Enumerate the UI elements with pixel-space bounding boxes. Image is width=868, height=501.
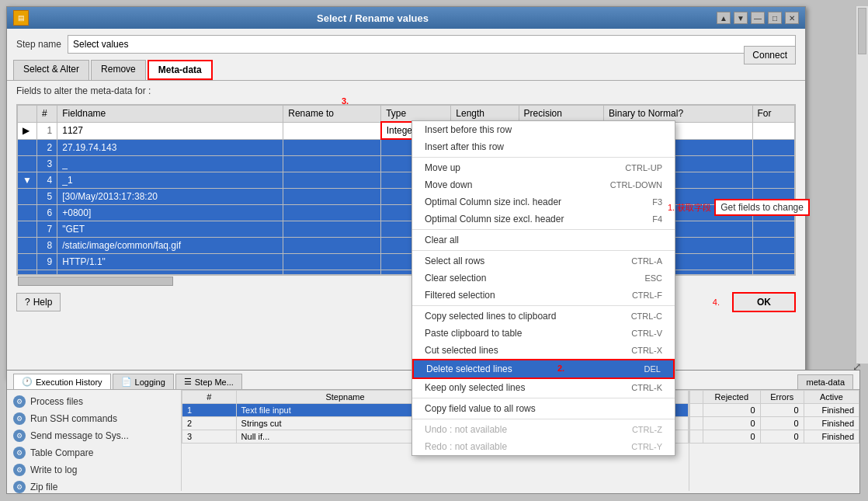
v-scrollbar[interactable] bbox=[856, 6, 868, 364]
menu-insert-before[interactable]: Insert before this row bbox=[412, 121, 675, 138]
row-rename bbox=[283, 122, 381, 139]
tab-execution-history[interactable]: 🕐 Execution History bbox=[13, 374, 111, 389]
right-name bbox=[690, 404, 703, 417]
tab-remove[interactable]: Remove bbox=[91, 60, 146, 80]
right-name bbox=[690, 430, 703, 444]
zip-icon: ⚙ bbox=[13, 481, 26, 493]
maximize-btn[interactable]: □ bbox=[768, 12, 782, 24]
tab-meta-data[interactable]: Meta-data bbox=[148, 60, 213, 80]
row-num: 6 bbox=[36, 204, 57, 221]
row-fieldname: +0800] bbox=[57, 204, 283, 221]
row-format bbox=[752, 253, 794, 270]
tab-label: Logging bbox=[135, 377, 165, 387]
item-write-log[interactable]: ⚙ Write to log bbox=[10, 461, 178, 478]
table-row[interactable]: 3 _ bbox=[18, 155, 795, 172]
process-icon: ⚙ bbox=[13, 395, 26, 408]
menu-label: Redo : not available bbox=[425, 441, 507, 452]
data-table-container[interactable]: # Fieldname Rename to Type Length Precis… bbox=[16, 104, 796, 275]
menu-label: Cut selected lines bbox=[425, 345, 498, 356]
menu-paste-clipboard[interactable]: Paste clipboard to table CTRL-V bbox=[412, 325, 675, 342]
right-active: Finished bbox=[804, 430, 859, 444]
menu-optimal-incl[interactable]: Optimal Column size incl. header F3 bbox=[412, 193, 675, 210]
menu-delete-selected[interactable]: Delete selected lines DEL bbox=[412, 359, 675, 379]
table-row[interactable]: ▶ 1 1127 Integer 15 N bbox=[18, 122, 795, 139]
doc-icon: 📄 bbox=[121, 377, 132, 387]
menu-separator bbox=[412, 398, 675, 398]
menu-clear-selection[interactable]: Clear selection ESC bbox=[412, 270, 675, 287]
help-button[interactable]: ? Help bbox=[16, 293, 61, 311]
exec-num: 3 bbox=[182, 430, 237, 444]
step-name-input[interactable] bbox=[68, 35, 796, 54]
menu-shortcut: CTRL-A bbox=[631, 256, 662, 266]
row-arrow bbox=[18, 221, 37, 237]
row-num: 7 bbox=[36, 221, 57, 237]
row-arrow bbox=[18, 204, 37, 221]
close-btn[interactable]: ✕ bbox=[785, 12, 799, 24]
table-row[interactable]: 2 27.19.74.143 bbox=[18, 139, 795, 155]
get-fields-button[interactable]: Get fields to change bbox=[714, 199, 810, 216]
nav-down-btn[interactable]: ▼ bbox=[734, 12, 748, 24]
fields-section: Fields to alter the meta-data for : bbox=[7, 81, 805, 104]
right-errors: 0 bbox=[760, 404, 804, 417]
tab-metadata-bottom[interactable]: meta-data bbox=[797, 374, 853, 389]
table-row[interactable]: 10 200 bbox=[18, 270, 795, 275]
menu-filtered-selection[interactable]: Filtered selection CTRL-F bbox=[412, 287, 675, 304]
nav-up-btn[interactable]: ▲ bbox=[717, 12, 731, 24]
tab-logging[interactable]: 📄 Logging bbox=[113, 374, 174, 389]
row-arrow bbox=[18, 270, 37, 275]
col-fieldname: Fieldname bbox=[57, 106, 283, 123]
steps-icon: ☰ bbox=[184, 377, 192, 387]
item-send-message[interactable]: ⚙ Send message to Sys... bbox=[10, 427, 178, 444]
row-rename bbox=[283, 155, 381, 172]
menu-label: Move down bbox=[425, 179, 472, 190]
menu-insert-after[interactable]: Insert after this row bbox=[412, 138, 675, 155]
table-row[interactable]: 7 "GET bbox=[18, 221, 795, 237]
item-label: Zip file bbox=[30, 482, 57, 492]
item-label: Process files bbox=[30, 396, 83, 407]
row-rename bbox=[283, 188, 381, 204]
row-num: 4 bbox=[36, 172, 57, 188]
item-run-ssh[interactable]: ⚙ Run SSH commands bbox=[10, 410, 178, 427]
menu-label: Optimal Column size excl. header bbox=[425, 214, 564, 224]
right-errors: 0 bbox=[760, 430, 804, 444]
tab-label: meta-data bbox=[806, 377, 845, 387]
item-process-files[interactable]: ⚙ Process files bbox=[10, 393, 178, 410]
table-row[interactable]: 9 HTTP/1.1" bbox=[18, 253, 795, 270]
row-num: 3 bbox=[36, 155, 57, 172]
tab-step-me[interactable]: ☰ Step Me... bbox=[175, 374, 242, 389]
table-row[interactable]: 8 /static/image/common/faq.gif bbox=[18, 237, 795, 253]
menu-clear-all[interactable]: Clear all bbox=[412, 231, 675, 249]
bottom-buttons-row: ? Help 4. OK bbox=[7, 286, 805, 318]
menu-shortcut: CTRL-UP bbox=[625, 163, 662, 172]
connect-button[interactable]: Connect bbox=[744, 46, 796, 64]
menu-cut-selected[interactable]: Cut selected lines CTRL-X bbox=[412, 342, 675, 359]
menu-keep-selected[interactable]: Keep only selected lines CTRL-K bbox=[412, 379, 675, 396]
minimize-btn[interactable]: — bbox=[751, 12, 765, 24]
tab-select-alter[interactable]: Select & Alter bbox=[13, 60, 89, 80]
right-rejected: 0 bbox=[703, 430, 760, 444]
ok-button[interactable]: OK bbox=[732, 292, 796, 312]
right-col-rejected: Rejected bbox=[703, 391, 760, 404]
item-zip-file[interactable]: ⚙ Zip file bbox=[10, 478, 178, 496]
menu-copy-clipboard[interactable]: Copy selected lines to clipboard CTRL-C bbox=[412, 308, 675, 325]
menu-optimal-excl[interactable]: Optimal Column size excl. header F4 bbox=[412, 210, 675, 228]
menu-move-up[interactable]: Move up CTRL-UP bbox=[412, 159, 675, 176]
row-fieldname: 200 bbox=[57, 270, 283, 275]
h-scrollbar[interactable] bbox=[16, 275, 796, 286]
row-arrow bbox=[18, 155, 37, 172]
right-row: 0 0 Finished bbox=[690, 430, 859, 444]
menu-select-all[interactable]: Select all rows CTRL-A bbox=[412, 252, 675, 270]
menu-move-down[interactable]: Move down CTRL-DOWN bbox=[412, 176, 675, 193]
row-fieldname: /static/image/common/faq.gif bbox=[57, 237, 283, 253]
title-controls: ▲ ▼ — □ ✕ bbox=[717, 12, 799, 24]
main-dialog: ▤ Select / Rename values ▲ ▼ — □ ✕ Step … bbox=[6, 6, 806, 379]
row-rename bbox=[283, 237, 381, 253]
row-rename bbox=[283, 139, 381, 155]
row-fieldname: 1127 bbox=[57, 122, 283, 139]
menu-separator bbox=[412, 305, 675, 306]
menu-copy-field-value[interactable]: Copy field value to all rows bbox=[412, 400, 675, 417]
item-table-compare[interactable]: ⚙ Table Compare bbox=[10, 444, 178, 461]
menu-label: Copy selected lines to clipboard bbox=[425, 311, 556, 322]
table-row[interactable]: ▼ 4 _1 bbox=[18, 172, 795, 188]
row-format bbox=[752, 270, 794, 275]
